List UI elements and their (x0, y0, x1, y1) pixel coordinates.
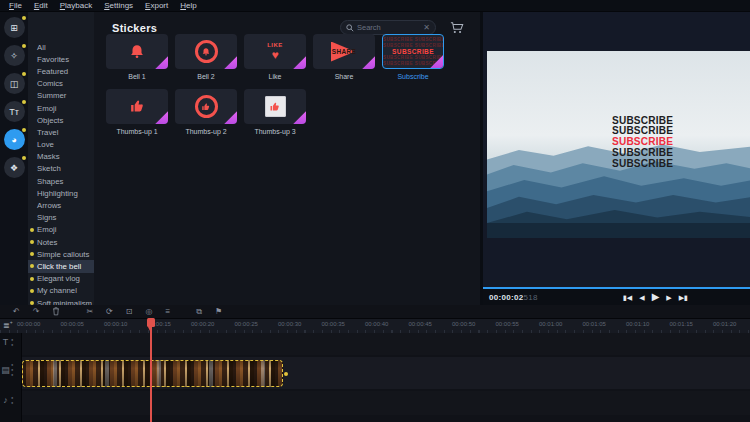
menu-export[interactable]: Export (139, 1, 174, 10)
category-item[interactable]: Soft minimalism (28, 297, 94, 305)
sticker-like[interactable]: LIKE♥ (244, 34, 306, 69)
new-content-dot (22, 100, 26, 104)
timeline-ruler[interactable]: 00:00:0000:00:0500:00:1000:00:1500:00:20… (0, 318, 750, 333)
menu-edit[interactable]: Edit (28, 1, 54, 10)
category-item[interactable]: Summer (28, 90, 94, 102)
rail-titles-button[interactable]: Tт (4, 101, 25, 122)
track-toggle-icon[interactable]: ● (11, 338, 13, 342)
sticker-grid: Bell 1Bell 2LIKE♥LikeSHAREShareSUBSCRIBE… (106, 34, 444, 135)
ruler-label: 00:01:10 (626, 321, 649, 327)
category-item[interactable]: Comics (28, 78, 94, 90)
category-item[interactable]: Shapes (28, 175, 94, 187)
sticker-thumbs-up-2[interactable] (175, 89, 237, 124)
sticker-share[interactable]: SHARE (313, 34, 375, 69)
premium-badge-icon (293, 111, 306, 124)
preview-canvas[interactable]: SUBSCRIBESUBSCRIBESUBSCRIBESUBSCRIBESUBS… (487, 51, 750, 238)
audio-track-lane[interactable] (0, 391, 750, 415)
menu-playback[interactable]: Playback (54, 1, 98, 10)
category-item[interactable]: Emoji (28, 102, 94, 114)
ruler-label: 00:00:10 (104, 321, 127, 327)
overlay-button[interactable]: ⧉ (196, 308, 202, 316)
redo-button[interactable]: ↷ (33, 308, 40, 316)
previous-frame-button[interactable]: ◀ (639, 294, 644, 301)
category-item[interactable]: Sketch (28, 163, 94, 175)
subscribe-sticker-overlay[interactable]: SUBSCRIBESUBSCRIBESUBSCRIBESUBSCRIBESUBS… (612, 115, 676, 169)
marker-button[interactable]: ⚑ (215, 308, 222, 316)
play-button[interactable]: ▶ (652, 292, 660, 302)
track-menu-icon[interactable]: ≣+ (3, 319, 13, 330)
new-content-dot (22, 44, 26, 48)
search-input[interactable] (354, 23, 423, 32)
premium-badge-icon (362, 56, 375, 69)
category-item[interactable]: Click the bell (28, 260, 94, 272)
search-box[interactable]: ✕ (340, 20, 436, 35)
ruler-label: 00:01:15 (670, 321, 693, 327)
rail-import-media-button[interactable]: ⊞ (4, 17, 25, 38)
playhead-line[interactable] (150, 319, 152, 422)
sticker-bell-2[interactable] (175, 34, 237, 69)
menu-help[interactable]: Help (174, 1, 202, 10)
skip-to-end-button[interactable]: ▶▮ (679, 294, 688, 301)
titles-track-header: T●● (0, 337, 22, 347)
category-label: Travel (37, 128, 58, 137)
category-item[interactable]: Featured (28, 65, 94, 77)
titles-track-lane[interactable] (0, 333, 750, 355)
track-toggle-icon[interactable]: ● (11, 401, 13, 405)
rail-transitions-button[interactable]: ◫ (4, 73, 25, 94)
rotate-button[interactable]: ⟳ (106, 308, 113, 316)
ruler-label: 00:00:55 (496, 321, 519, 327)
menu-file[interactable]: File (3, 1, 28, 10)
category-item[interactable]: All (28, 41, 94, 53)
transitions-icon: ◫ (10, 78, 19, 88)
ruler-label: 00:00:35 (322, 321, 345, 327)
category-item[interactable]: Travel (28, 126, 94, 138)
menu-bar: FileEditPlaybackSettingsExportHelp (0, 0, 750, 12)
clip-properties-button[interactable]: ≡ (166, 308, 171, 316)
undo-button[interactable]: ↶ (13, 308, 20, 316)
next-frame-button[interactable]: ▶ (666, 294, 671, 301)
category-item[interactable]: Elegant vlog (28, 273, 94, 285)
sticker-thumbs-up-1[interactable] (106, 89, 168, 124)
rail-filters-button[interactable]: ✧ (4, 45, 25, 66)
track-toggle-icon[interactable]: ● (11, 396, 13, 400)
category-item[interactable]: Simple callouts (28, 248, 94, 260)
category-list: AllFavoritesFeaturedComicsSummerEmojiObj… (28, 12, 94, 305)
sticker-thumbs-up-3[interactable] (244, 89, 306, 124)
category-item[interactable]: Signs (28, 212, 94, 224)
clip-resize-handle[interactable] (284, 372, 288, 376)
menu-settings[interactable]: Settings (98, 1, 139, 10)
playhead-handle[interactable] (147, 318, 155, 327)
category-item[interactable]: Favorites (28, 53, 94, 65)
clear-search-icon[interactable]: ✕ (423, 24, 430, 32)
video-track-header: ▤●●● (0, 363, 22, 377)
category-item[interactable]: Emoji (28, 224, 94, 236)
crop-button[interactable]: ⊡ (126, 308, 133, 316)
category-item[interactable]: Objects (28, 114, 94, 126)
rail-more-tools-button[interactable]: ❖ (4, 157, 25, 178)
category-item[interactable]: Masks (28, 151, 94, 163)
category-label: Emoji (37, 104, 57, 113)
category-item[interactable]: Highlighting (28, 187, 94, 199)
premium-badge-icon (155, 111, 168, 124)
category-item[interactable]: Arrows (28, 199, 94, 211)
store-cart-icon[interactable] (450, 21, 464, 35)
track-toggle-icon[interactable]: ● (11, 343, 13, 347)
sticker-subscribe[interactable]: SUBSCRIBE SUBSCRIBE SUBSCRIBESUBSCRIBE S… (382, 34, 444, 69)
sticker-cell: Bell 1 (106, 34, 168, 80)
color-adjustments-button[interactable]: ◎ (146, 308, 153, 316)
skip-to-start-button[interactable]: ▮◀ (623, 294, 632, 301)
new-content-dot (22, 156, 26, 160)
ruler-label: 00:01:00 (539, 321, 562, 327)
split-button[interactable]: ✂ (86, 308, 93, 316)
category-item[interactable]: Notes (28, 236, 94, 248)
category-item[interactable]: Love (28, 139, 94, 151)
rail-stickers-button[interactable]: ◕ (4, 129, 25, 150)
sticker-cell: Thumbs-up 3 (244, 89, 306, 135)
sticker-bell-1[interactable] (106, 34, 168, 69)
category-label: Love (37, 140, 54, 149)
sticker-label: Bell 1 (106, 73, 168, 80)
track-toggle-icon[interactable]: ● (11, 373, 13, 377)
category-item[interactable]: My channel (28, 285, 94, 297)
video-clip[interactable] (22, 360, 283, 387)
delete-button[interactable] (52, 307, 60, 316)
